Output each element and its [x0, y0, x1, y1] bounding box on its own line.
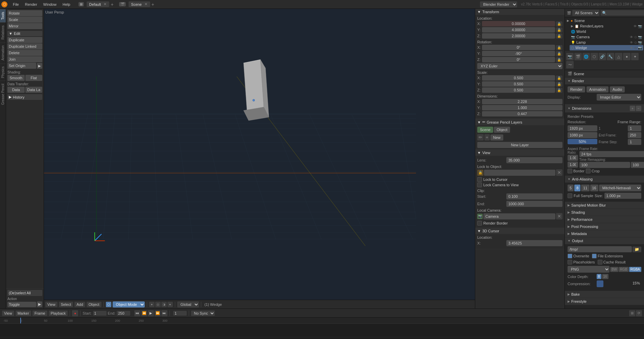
tl-view-btn[interactable]: View [2, 311, 14, 316]
new-remap-input[interactable] [631, 162, 644, 168]
tl-end-input[interactable] [117, 311, 130, 316]
set-origin-btn[interactable]: Set Origin [7, 63, 36, 69]
end-frame-input[interactable] [628, 132, 641, 138]
engine-select[interactable]: Blender Render [480, 1, 517, 7]
aa-header[interactable]: ▼ Anti-Aliasing [565, 176, 644, 183]
smooth-btn[interactable]: Smooth [7, 75, 25, 81]
y-loc-input[interactable] [482, 27, 555, 33]
end-clip-input[interactable] [506, 201, 562, 207]
modifiers-btn[interactable]: 🔧 [607, 53, 614, 60]
aa-16-btn[interactable]: 16 [590, 185, 598, 191]
play-btn[interactable]: ▶ [148, 310, 154, 316]
cam-restrict[interactable]: ⊙ [634, 35, 637, 39]
skip-start-btn[interactable]: ⏮ [134, 310, 140, 316]
gp-add-btn[interactable]: + [484, 134, 490, 141]
tl-playback-btn[interactable]: Playback [49, 311, 68, 316]
render-btn[interactable]: Render [568, 86, 585, 92]
rotate-btn[interactable]: Rotate [7, 10, 42, 16]
cam-vis[interactable]: 👁 [630, 35, 633, 39]
fps-input[interactable] [579, 151, 644, 157]
scene-select[interactable]: All Scenes [572, 10, 599, 16]
playhead[interactable] [20, 318, 21, 323]
deselect-all-btn[interactable]: (De)select All [7, 290, 42, 296]
render-props-btn[interactable]: 📷 [566, 53, 574, 60]
material-btn[interactable]: ● [623, 53, 630, 60]
lamp-item[interactable]: 💡 Lamp 👁 ⊙ 📷 [570, 40, 643, 45]
z-rot-lock[interactable]: 🔒 [556, 57, 562, 62]
y-scale-lock[interactable]: 🔒 [556, 82, 562, 87]
x-loc-lock[interactable]: 🔒 [556, 21, 562, 26]
rl-vis-icon[interactable]: 👁 [634, 24, 637, 28]
placeholders-check[interactable] [568, 260, 572, 264]
pp-header[interactable]: ▶ Post Processing [565, 223, 644, 230]
lock-obj-clear[interactable]: ✕ [556, 169, 562, 176]
gp-scene-btn[interactable]: Scene [477, 127, 493, 133]
flat-btn[interactable]: Flat [25, 75, 43, 81]
file-menu[interactable]: File [10, 2, 22, 7]
select-menu-btn[interactable]: Select [59, 302, 73, 307]
help-menu[interactable]: Help [60, 2, 73, 7]
record-btn[interactable]: ● [72, 310, 78, 316]
x-scale-lock[interactable]: 🔒 [556, 76, 562, 81]
tools-tab[interactable]: Tools [0, 9, 6, 22]
tl-marker-btn[interactable]: Marker [16, 311, 31, 316]
world-props-btn[interactable]: 🌐 [582, 53, 590, 60]
scale-btn2[interactable]: Scale [7, 17, 42, 23]
dims-remove[interactable]: − [636, 106, 641, 111]
scene-search[interactable] [601, 10, 644, 16]
rgb-btn[interactable]: RGB [619, 267, 629, 272]
gp-object-btn[interactable]: Object [494, 127, 510, 133]
wedge-restrict[interactable]: ⊙ [634, 46, 637, 50]
constraints-btn[interactable]: 🔗 [599, 53, 606, 60]
performance-header[interactable]: ▶ Performance [565, 216, 644, 223]
timeline-track[interactable] [0, 324, 644, 337]
start-frame-input[interactable] [628, 125, 641, 131]
aa-11-btn[interactable]: 11 [581, 185, 589, 191]
y-rot-lock[interactable]: 🔒 [556, 51, 562, 56]
join-btn[interactable]: Join [7, 56, 42, 62]
size-input[interactable] [604, 193, 641, 199]
rl-render-icon[interactable]: 📷 [638, 24, 642, 28]
workspace-close[interactable]: ✕ [104, 2, 107, 6]
history-title[interactable]: ▶ History [7, 94, 42, 100]
depth-16-btn[interactable]: 16 [602, 274, 608, 279]
render-menu[interactable]: Render [22, 2, 40, 7]
tl-icon2[interactable]: ⟳ [636, 310, 642, 316]
dims-header[interactable]: ▼ Dimensions + − [565, 104, 644, 112]
render-shading-btn[interactable]: ● [167, 302, 173, 307]
cursor-x-input[interactable] [506, 240, 562, 246]
scene-close[interactable]: ✕ [144, 2, 147, 6]
tl-icon1[interactable]: ⊞ [629, 310, 635, 316]
format-select[interactable]: PNG [568, 266, 610, 273]
scene-props-btn[interactable]: 🎬 [574, 53, 582, 60]
y-rot-input[interactable] [482, 51, 555, 56]
data-la-btn[interactable]: Data La [25, 87, 43, 93]
aa-8-btn[interactable]: 8 [574, 185, 580, 191]
workspace-tab[interactable]: Default ✕ [87, 1, 110, 7]
delete-btn[interactable]: Delete [7, 50, 42, 56]
display-select[interactable]: Image Editor [597, 94, 641, 101]
old-remap-input[interactable] [579, 162, 630, 168]
z-rot-input[interactable] [482, 57, 555, 62]
sync-select[interactable]: No Sync [191, 311, 215, 316]
gp-new-layer-btn[interactable]: New Layer [477, 142, 562, 148]
wedge-vis[interactable]: 👁 [630, 46, 633, 50]
x-scale-input[interactable] [482, 75, 555, 81]
duplicate-linked-btn[interactable]: Duplicate Linked [7, 43, 42, 49]
z-scale-input[interactable] [482, 87, 555, 93]
output-path-input[interactable] [568, 246, 632, 252]
z-loc-input[interactable] [482, 33, 555, 39]
world-item[interactable]: 🌐 World [570, 29, 643, 34]
camera-input[interactable] [483, 213, 555, 219]
tl-frame-btn[interactable]: Frame [32, 311, 47, 316]
euler-select[interactable]: XYZ Euler [477, 63, 562, 69]
object-menu-btn[interactable]: Object [87, 302, 101, 307]
border-check[interactable] [568, 169, 572, 173]
y-loc-lock[interactable]: 🔒 [556, 27, 562, 33]
relations-tab[interactable]: Relations [0, 22, 6, 42]
z-scale-lock[interactable]: 🔒 [556, 88, 562, 93]
lamp-render[interactable]: 📷 [638, 41, 642, 44]
res-pct-display[interactable]: 50% [568, 139, 597, 144]
prev-frame-btn[interactable]: ⏪ [141, 310, 147, 316]
asp-x-input[interactable] [568, 155, 578, 161]
